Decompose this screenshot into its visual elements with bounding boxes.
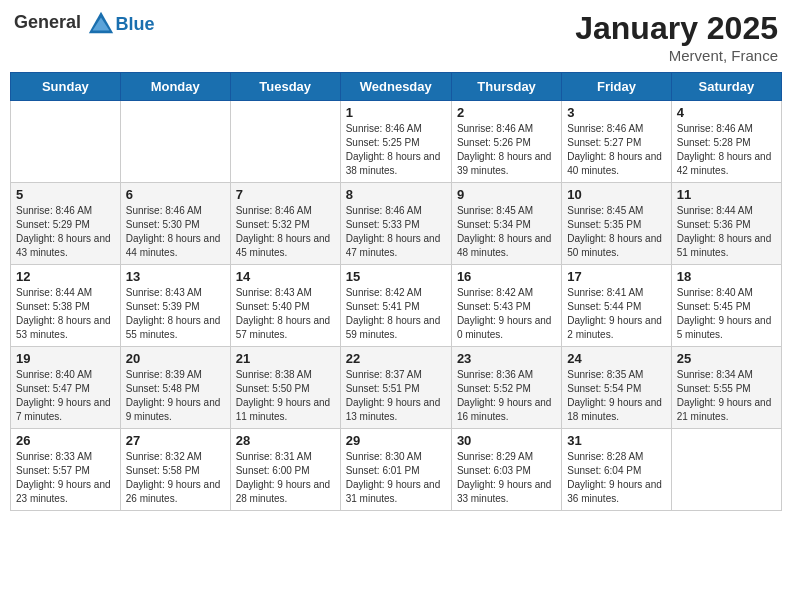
day-number: 15 <box>346 269 446 284</box>
calendar-day-cell: 28 Sunrise: 8:31 AMSunset: 6:00 PMDaylig… <box>230 429 340 511</box>
weekday-header: Wednesday <box>340 73 451 101</box>
calendar-week-row: 5 Sunrise: 8:46 AMSunset: 5:29 PMDayligh… <box>11 183 782 265</box>
month-title: January 2025 <box>575 10 778 47</box>
day-info: Sunrise: 8:45 AMSunset: 5:35 PMDaylight:… <box>567 204 665 260</box>
location-title: Mervent, France <box>575 47 778 64</box>
day-info: Sunrise: 8:31 AMSunset: 6:00 PMDaylight:… <box>236 450 335 506</box>
day-number: 28 <box>236 433 335 448</box>
day-info: Sunrise: 8:46 AMSunset: 5:26 PMDaylight:… <box>457 122 556 178</box>
calendar-day-cell: 25 Sunrise: 8:34 AMSunset: 5:55 PMDaylig… <box>671 347 781 429</box>
day-number: 9 <box>457 187 556 202</box>
day-number: 16 <box>457 269 556 284</box>
calendar-day-cell: 30 Sunrise: 8:29 AMSunset: 6:03 PMDaylig… <box>451 429 561 511</box>
day-number: 13 <box>126 269 225 284</box>
day-number: 22 <box>346 351 446 366</box>
calendar-day-cell: 5 Sunrise: 8:46 AMSunset: 5:29 PMDayligh… <box>11 183 121 265</box>
day-info: Sunrise: 8:40 AMSunset: 5:45 PMDaylight:… <box>677 286 776 342</box>
page-header: General Blue January 2025 Mervent, Franc… <box>10 10 782 64</box>
day-number: 1 <box>346 105 446 120</box>
day-info: Sunrise: 8:46 AMSunset: 5:27 PMDaylight:… <box>567 122 665 178</box>
calendar-day-cell: 26 Sunrise: 8:33 AMSunset: 5:57 PMDaylig… <box>11 429 121 511</box>
calendar-day-cell <box>120 101 230 183</box>
day-info: Sunrise: 8:37 AMSunset: 5:51 PMDaylight:… <box>346 368 446 424</box>
day-number: 21 <box>236 351 335 366</box>
title-block: January 2025 Mervent, France <box>575 10 778 64</box>
calendar-day-cell: 10 Sunrise: 8:45 AMSunset: 5:35 PMDaylig… <box>562 183 671 265</box>
calendar-day-cell <box>671 429 781 511</box>
day-info: Sunrise: 8:45 AMSunset: 5:34 PMDaylight:… <box>457 204 556 260</box>
day-info: Sunrise: 8:46 AMSunset: 5:32 PMDaylight:… <box>236 204 335 260</box>
calendar-day-cell: 1 Sunrise: 8:46 AMSunset: 5:25 PMDayligh… <box>340 101 451 183</box>
calendar-day-cell: 21 Sunrise: 8:38 AMSunset: 5:50 PMDaylig… <box>230 347 340 429</box>
calendar-week-row: 1 Sunrise: 8:46 AMSunset: 5:25 PMDayligh… <box>11 101 782 183</box>
day-info: Sunrise: 8:46 AMSunset: 5:29 PMDaylight:… <box>16 204 115 260</box>
day-info: Sunrise: 8:32 AMSunset: 5:58 PMDaylight:… <box>126 450 225 506</box>
day-info: Sunrise: 8:39 AMSunset: 5:48 PMDaylight:… <box>126 368 225 424</box>
day-number: 8 <box>346 187 446 202</box>
calendar-day-cell: 27 Sunrise: 8:32 AMSunset: 5:58 PMDaylig… <box>120 429 230 511</box>
day-number: 10 <box>567 187 665 202</box>
weekday-header: Sunday <box>11 73 121 101</box>
day-number: 12 <box>16 269 115 284</box>
calendar-day-cell: 12 Sunrise: 8:44 AMSunset: 5:38 PMDaylig… <box>11 265 121 347</box>
calendar-week-row: 12 Sunrise: 8:44 AMSunset: 5:38 PMDaylig… <box>11 265 782 347</box>
day-info: Sunrise: 8:41 AMSunset: 5:44 PMDaylight:… <box>567 286 665 342</box>
weekday-header: Saturday <box>671 73 781 101</box>
day-info: Sunrise: 8:43 AMSunset: 5:39 PMDaylight:… <box>126 286 225 342</box>
day-info: Sunrise: 8:30 AMSunset: 6:01 PMDaylight:… <box>346 450 446 506</box>
day-number: 19 <box>16 351 115 366</box>
calendar-table: SundayMondayTuesdayWednesdayThursdayFrid… <box>10 72 782 511</box>
calendar-day-cell: 17 Sunrise: 8:41 AMSunset: 5:44 PMDaylig… <box>562 265 671 347</box>
calendar-day-cell: 31 Sunrise: 8:28 AMSunset: 6:04 PMDaylig… <box>562 429 671 511</box>
day-info: Sunrise: 8:36 AMSunset: 5:52 PMDaylight:… <box>457 368 556 424</box>
day-number: 5 <box>16 187 115 202</box>
day-number: 26 <box>16 433 115 448</box>
calendar-week-row: 19 Sunrise: 8:40 AMSunset: 5:47 PMDaylig… <box>11 347 782 429</box>
calendar-day-cell <box>230 101 340 183</box>
day-info: Sunrise: 8:44 AMSunset: 5:36 PMDaylight:… <box>677 204 776 260</box>
day-number: 2 <box>457 105 556 120</box>
day-info: Sunrise: 8:34 AMSunset: 5:55 PMDaylight:… <box>677 368 776 424</box>
day-number: 18 <box>677 269 776 284</box>
calendar-day-cell: 15 Sunrise: 8:42 AMSunset: 5:41 PMDaylig… <box>340 265 451 347</box>
calendar-day-cell: 14 Sunrise: 8:43 AMSunset: 5:40 PMDaylig… <box>230 265 340 347</box>
calendar-day-cell: 18 Sunrise: 8:40 AMSunset: 5:45 PMDaylig… <box>671 265 781 347</box>
day-info: Sunrise: 8:46 AMSunset: 5:28 PMDaylight:… <box>677 122 776 178</box>
weekday-header: Thursday <box>451 73 561 101</box>
calendar-day-cell: 9 Sunrise: 8:45 AMSunset: 5:34 PMDayligh… <box>451 183 561 265</box>
logo-blue: Blue <box>116 14 155 34</box>
calendar-day-cell: 24 Sunrise: 8:35 AMSunset: 5:54 PMDaylig… <box>562 347 671 429</box>
day-info: Sunrise: 8:29 AMSunset: 6:03 PMDaylight:… <box>457 450 556 506</box>
calendar-day-cell: 22 Sunrise: 8:37 AMSunset: 5:51 PMDaylig… <box>340 347 451 429</box>
day-number: 30 <box>457 433 556 448</box>
day-number: 20 <box>126 351 225 366</box>
calendar-day-cell: 23 Sunrise: 8:36 AMSunset: 5:52 PMDaylig… <box>451 347 561 429</box>
weekday-header: Tuesday <box>230 73 340 101</box>
calendar-day-cell: 29 Sunrise: 8:30 AMSunset: 6:01 PMDaylig… <box>340 429 451 511</box>
calendar-week-row: 26 Sunrise: 8:33 AMSunset: 5:57 PMDaylig… <box>11 429 782 511</box>
day-number: 27 <box>126 433 225 448</box>
day-info: Sunrise: 8:46 AMSunset: 5:30 PMDaylight:… <box>126 204 225 260</box>
calendar-day-cell: 11 Sunrise: 8:44 AMSunset: 5:36 PMDaylig… <box>671 183 781 265</box>
calendar-day-cell: 20 Sunrise: 8:39 AMSunset: 5:48 PMDaylig… <box>120 347 230 429</box>
day-number: 14 <box>236 269 335 284</box>
day-number: 7 <box>236 187 335 202</box>
day-info: Sunrise: 8:43 AMSunset: 5:40 PMDaylight:… <box>236 286 335 342</box>
day-number: 25 <box>677 351 776 366</box>
calendar-day-cell: 7 Sunrise: 8:46 AMSunset: 5:32 PMDayligh… <box>230 183 340 265</box>
day-info: Sunrise: 8:46 AMSunset: 5:25 PMDaylight:… <box>346 122 446 178</box>
day-info: Sunrise: 8:33 AMSunset: 5:57 PMDaylight:… <box>16 450 115 506</box>
day-info: Sunrise: 8:35 AMSunset: 5:54 PMDaylight:… <box>567 368 665 424</box>
logo: General Blue <box>14 10 155 38</box>
calendar-day-cell: 6 Sunrise: 8:46 AMSunset: 5:30 PMDayligh… <box>120 183 230 265</box>
day-info: Sunrise: 8:42 AMSunset: 5:43 PMDaylight:… <box>457 286 556 342</box>
day-number: 29 <box>346 433 446 448</box>
day-number: 17 <box>567 269 665 284</box>
calendar-day-cell: 3 Sunrise: 8:46 AMSunset: 5:27 PMDayligh… <box>562 101 671 183</box>
day-number: 4 <box>677 105 776 120</box>
calendar-day-cell <box>11 101 121 183</box>
day-number: 24 <box>567 351 665 366</box>
day-info: Sunrise: 8:42 AMSunset: 5:41 PMDaylight:… <box>346 286 446 342</box>
day-info: Sunrise: 8:28 AMSunset: 6:04 PMDaylight:… <box>567 450 665 506</box>
logo-icon <box>87 10 115 38</box>
